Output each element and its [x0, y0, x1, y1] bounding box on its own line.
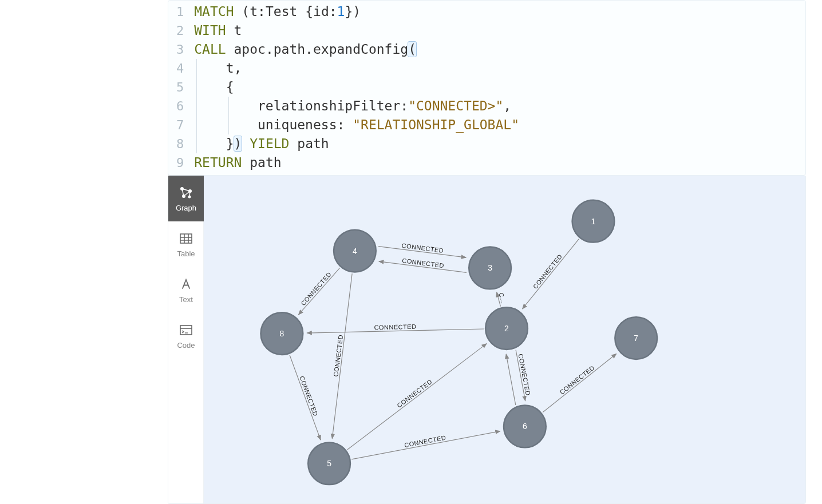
text-icon [179, 277, 193, 292]
tab-graph[interactable]: Graph [168, 176, 204, 221]
graph-node[interactable]: 2 [485, 307, 528, 350]
result-tabs: Graph Table [168, 176, 204, 503]
code-icon [179, 323, 193, 338]
graph-edge-label: CONNECTED [558, 364, 595, 395]
graph-node-label: 1 [591, 217, 596, 226]
graph-edge[interactable] [506, 354, 516, 405]
svg-point-5 [188, 189, 192, 193]
graph-node[interactable]: 4 [334, 230, 376, 272]
tab-table[interactable]: Table [168, 221, 204, 267]
graph-edge-label: CONNECTED [404, 434, 446, 449]
tab-text-label: Text [179, 295, 193, 304]
graph-visualization[interactable]: CONNECTEDC…CONNECTEDCONNECTEDCONNECTEDCO… [204, 176, 805, 503]
graph-node[interactable]: 8 [260, 312, 303, 355]
result-panel: Graph Table [168, 176, 806, 504]
graph-edge[interactable] [543, 354, 616, 412]
graph-edge-label: CONNECTED [298, 375, 319, 418]
graph-edge[interactable] [351, 431, 500, 459]
graph-edge-label: CONNECTED [396, 378, 433, 409]
graph-edge-label: CONNECTED [532, 253, 564, 290]
tab-graph-label: Graph [176, 204, 196, 212]
graph-node[interactable]: 3 [469, 247, 511, 289]
graph-edge[interactable] [523, 239, 579, 309]
code-content[interactable]: MATCH (t:Test {id:1})WITH tCALL apoc.pat… [194, 2, 805, 172]
graph-node-label: 2 [504, 324, 509, 333]
svg-point-4 [180, 187, 184, 191]
graph-edge-label: CONNECTED [517, 353, 532, 396]
graph-node-label: 7 [634, 334, 638, 343]
graph-node[interactable]: 6 [504, 406, 546, 448]
graph-node-label: 6 [523, 422, 527, 431]
graph-edge-label: CONNECTED [374, 323, 416, 331]
svg-point-6 [182, 195, 185, 198]
graph-edge[interactable] [347, 344, 487, 450]
graph-node[interactable]: 7 [615, 317, 657, 359]
tab-text[interactable]: Text [168, 267, 204, 313]
graph-edge-label: C… [497, 292, 507, 304]
graph-edge[interactable] [290, 355, 321, 440]
graph-node-label: 8 [279, 329, 284, 338]
tab-code-label: Code [177, 341, 195, 350]
code-editor[interactable]: 123456789 MATCH (t:Test {id:1})WITH tCAL… [168, 0, 806, 176]
svg-rect-8 [180, 234, 192, 243]
tab-table-label: Table [177, 249, 195, 258]
graph-edge[interactable] [298, 268, 339, 315]
graph-edge-label: CONNECTED [299, 271, 333, 307]
graph-node[interactable]: 1 [572, 200, 615, 243]
graph-node-label: 3 [488, 263, 492, 272]
svg-point-7 [188, 195, 191, 198]
graph-node-label: 4 [353, 247, 357, 256]
table-icon [179, 231, 193, 246]
line-number-gutter: 123456789 [168, 2, 194, 172]
graph-icon [179, 185, 193, 200]
tab-code[interactable]: Code [168, 313, 204, 359]
graph-node[interactable]: 5 [308, 442, 350, 485]
graph-node-label: 5 [327, 459, 331, 468]
